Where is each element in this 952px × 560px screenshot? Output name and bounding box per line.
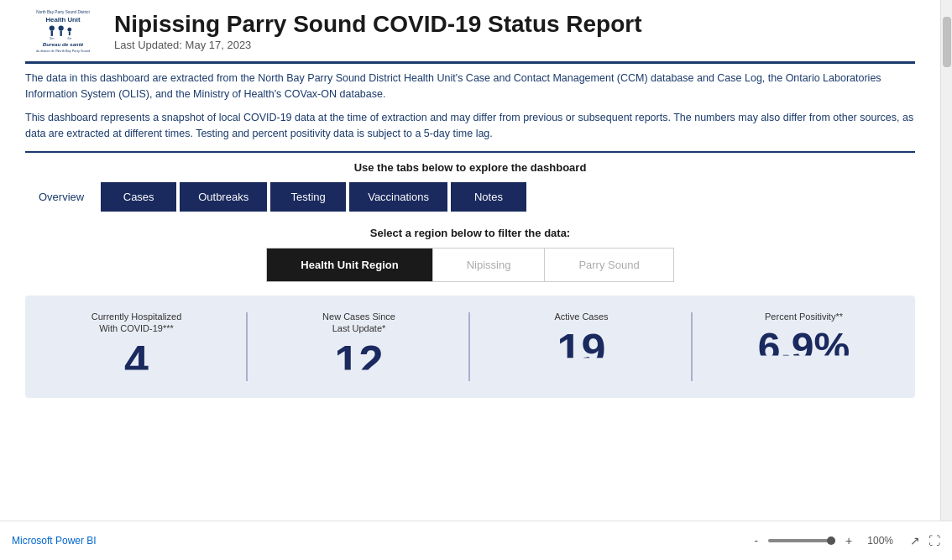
region-tab-parry-sound[interactable]: Parry Sound: [545, 249, 672, 281]
svg-point-7: [67, 28, 71, 32]
stat-active-cases-value: 19: [480, 327, 683, 371]
stat-percent-positivity-label: Percent Positivity**: [703, 311, 905, 322]
region-instruction: Select a region below to filter the data…: [25, 227, 915, 239]
zoom-plus-button[interactable]: +: [842, 532, 855, 549]
description-para1: The data in this dashboard are extracted…: [25, 71, 915, 103]
logo-area: North Bay Parry Sound District Health Un…: [25, 8, 101, 55]
title-area: Nipissing Parry Sound COVID-19 Status Re…: [114, 12, 642, 52]
svg-rect-3: [51, 31, 53, 36]
last-updated-label: Last Updated:: [114, 39, 182, 51]
tab-testing[interactable]: Testing: [270, 182, 346, 212]
tab-notes[interactable]: Notes: [451, 182, 526, 212]
last-updated: Last Updated: May 17, 2023: [114, 39, 642, 51]
zoom-slider-thumb[interactable]: [827, 536, 835, 545]
scrollbar[interactable]: [940, 0, 952, 521]
tab-overview[interactable]: Overview: [25, 182, 97, 212]
region-tabs: Health Unit Region Nipissing Parry Sound: [266, 248, 673, 282]
svg-point-2: [50, 26, 55, 31]
region-tab-nipissing[interactable]: Nipissing: [433, 249, 546, 281]
stat-hospitalized-value: 4: [35, 339, 238, 383]
stat-new-cases-value: 12: [258, 339, 460, 383]
svg-text:2m: 2m: [50, 36, 54, 40]
svg-rect-8: [69, 32, 71, 36]
bottom-controls: - + 100% ↗ ⛶: [751, 532, 940, 549]
tabs-row: Overview Cases Outbreaks Testing Vaccina…: [25, 182, 915, 212]
stat-percent-positivity-value: 6.9%: [703, 327, 905, 368]
stat-active-cases-label: Active Cases: [480, 311, 683, 322]
tab-cases[interactable]: Cases: [101, 182, 176, 212]
bottom-bar: Microsoft Power BI - + 100% ↗ ⛶: [0, 521, 952, 560]
stat-active-cases: Active Cases 19: [470, 304, 693, 390]
description-para2: This dashboard represents a snapshot of …: [25, 110, 915, 143]
zoom-slider-fill: [768, 539, 835, 542]
stat-hospitalized-label: Currently HospitalizedWith COVID-19***: [35, 311, 238, 335]
header: North Bay Parry Sound District Health Un…: [25, 8, 915, 55]
scrollbar-thumb[interactable]: [943, 17, 951, 67]
svg-rect-6: [60, 31, 62, 36]
stat-percent-positivity: Percent Positivity** 6.9%: [693, 304, 915, 390]
description-section: The data in this dashboard are extracted…: [25, 71, 915, 143]
last-updated-date: May 17, 2023: [186, 39, 252, 51]
tabs-instruction: Use the tabs below to explore the dashbo…: [25, 161, 915, 174]
health-unit-logo: North Bay Parry Sound District Health Un…: [34, 8, 92, 55]
tab-outbreaks[interactable]: Outbreaks: [180, 182, 267, 212]
svg-text:Health Unit: Health Unit: [46, 16, 81, 24]
tab-vaccinations[interactable]: Vaccinations: [349, 182, 447, 212]
svg-text:North Bay Parry Sound District: North Bay Parry Sound District: [36, 11, 90, 15]
svg-text:Bureau de santé: Bureau de santé: [43, 41, 84, 47]
share-icon[interactable]: ↗: [910, 534, 920, 547]
section-divider: [25, 151, 915, 153]
bottom-icons: ↗ ⛶: [910, 534, 940, 547]
stat-new-cases-label: New Cases SinceLast Update*: [258, 311, 460, 335]
svg-text:6n: 6n: [68, 36, 71, 40]
stat-hospitalized: Currently HospitalizedWith COVID-19*** 4: [25, 304, 248, 390]
zoom-minus-button[interactable]: -: [751, 532, 761, 549]
power-bi-link[interactable]: Microsoft Power BI: [12, 535, 97, 547]
stat-new-cases: New Cases SinceLast Update* 12: [248, 304, 470, 390]
fullscreen-icon[interactable]: ⛶: [928, 534, 940, 547]
svg-point-5: [59, 26, 64, 31]
stats-row: Currently HospitalizedWith COVID-19*** 4…: [25, 296, 915, 399]
region-tab-health-unit[interactable]: Health Unit Region: [267, 249, 432, 281]
main-content: North Bay Parry Sound District Health Un…: [0, 0, 940, 521]
zoom-slider[interactable]: [768, 539, 835, 542]
main-title: Nipissing Parry Sound COVID-19 Status Re…: [114, 12, 642, 38]
zoom-percent: 100%: [867, 535, 893, 547]
header-divider: [25, 61, 915, 64]
svg-text:du district de l'North Bay Par: du district de l'North Bay Parry Sound: [36, 49, 91, 53]
